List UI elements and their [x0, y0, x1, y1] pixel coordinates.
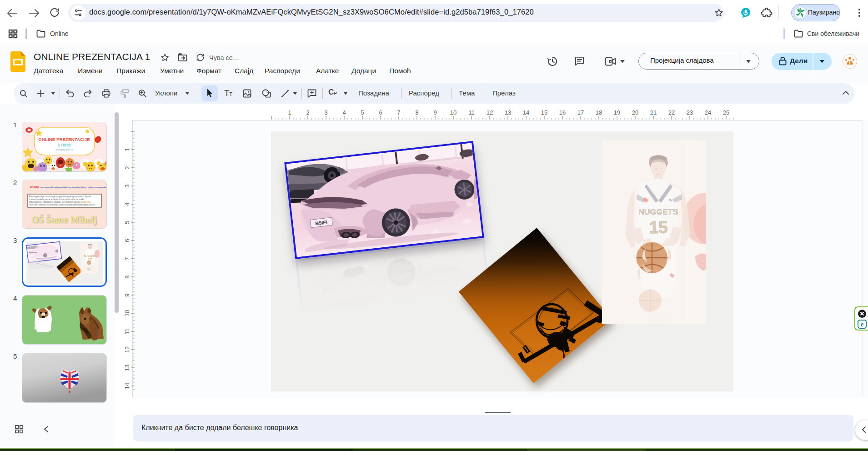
- svg-text:Površinu: Površinu: [30, 185, 39, 188]
- svg-text:12: 12: [487, 109, 493, 116]
- svg-text:e: e: [861, 321, 863, 328]
- svg-text:5: 5: [124, 220, 130, 224]
- svg-text:13: 13: [505, 109, 511, 116]
- svg-text:1: 1: [124, 148, 130, 151]
- svg-text:ONLINE PREZENTACIJE: ONLINE PREZENTACIJE: [38, 137, 90, 142]
- svg-text:AUTOR: ATILA ARPAŠ 7.2: AUTOR: ATILA ARPAŠ 7.2: [55, 149, 73, 151]
- svg-text:4: 4: [124, 202, 130, 205]
- svg-text:10: 10: [124, 310, 130, 316]
- svg-text:7: 7: [124, 257, 130, 260]
- svg-text:8: 8: [415, 109, 418, 116]
- svg-text:23: 23: [687, 109, 693, 116]
- svg-text:16: 16: [559, 109, 566, 116]
- svg-text:14: 14: [124, 383, 130, 389]
- svg-text:19: 19: [614, 109, 620, 116]
- svg-text:4: 4: [342, 109, 346, 116]
- svg-text:25: 25: [723, 109, 729, 116]
- svg-text:9: 9: [124, 293, 130, 296]
- svg-text:13: 13: [124, 365, 130, 371]
- svg-text:NUGGETS: NUGGETS: [84, 254, 95, 257]
- svg-text:10: 10: [450, 109, 457, 116]
- svg-text:1: 1: [288, 109, 291, 116]
- svg-text:8: 8: [124, 275, 130, 278]
- svg-text:6: 6: [379, 109, 382, 116]
- svg-text:6: 6: [124, 239, 130, 242]
- svg-text:5: 5: [361, 109, 364, 116]
- svg-text:OŠ Šamu Mihalj: OŠ Šamu Mihalj: [31, 214, 96, 225]
- svg-text:pravougaonik: naspramne strani: pravougaonik: naspramne stranice su po d…: [29, 201, 91, 203]
- svg-text:pravougaonika računamo tako št: pravougaonika računamo tako što pomnožim…: [40, 186, 106, 188]
- svg-text:17: 17: [577, 109, 584, 116]
- svg-text:21: 21: [650, 109, 657, 116]
- svg-text:i susedne stranice su normalne: i susedne stranice su normalne jedna na …: [29, 204, 96, 206]
- svg-text:11: 11: [468, 109, 475, 116]
- svg-text:u klasu paralelograma, a slede: u klasu paralelograma, a sledeća dva pra…: [29, 198, 84, 200]
- svg-text:Pravougaonik je četvorougaona: Pravougaonik je četvorougaona geometrijs…: [29, 195, 91, 198]
- svg-text:18: 18: [596, 109, 602, 116]
- svg-text:15: 15: [541, 109, 547, 116]
- svg-text:2: 2: [306, 109, 309, 116]
- svg-text:14: 14: [523, 109, 529, 116]
- svg-text:2: 2: [124, 166, 130, 169]
- svg-text:11: 11: [124, 328, 130, 335]
- svg-text:9: 9: [433, 109, 437, 116]
- svg-text:1 DEO: 1 DEO: [58, 142, 71, 147]
- svg-text:12: 12: [124, 346, 130, 353]
- svg-text:24: 24: [705, 109, 711, 116]
- svg-text:22: 22: [668, 109, 675, 116]
- svg-text:7: 7: [397, 109, 400, 116]
- svg-text:3: 3: [324, 109, 327, 116]
- svg-text:3: 3: [124, 184, 130, 187]
- svg-text:20: 20: [632, 109, 638, 116]
